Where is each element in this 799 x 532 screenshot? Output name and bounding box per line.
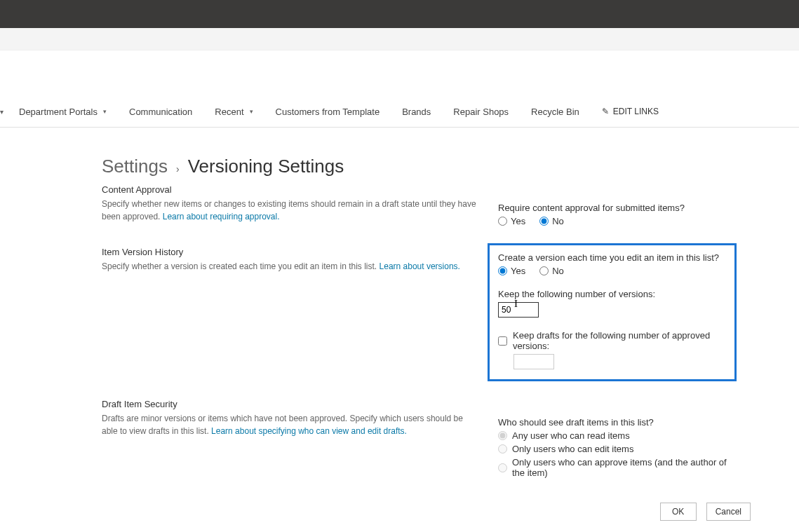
keep-drafts-checkbox[interactable] (498, 336, 507, 346)
section-description: Specify whether new items or changes to … (102, 198, 477, 223)
nav-item-recycle-bin[interactable]: Recycle Bin (520, 96, 591, 127)
ok-button[interactable]: OK (660, 503, 697, 521)
keep-drafts-label: Keep drafts for the following number of … (513, 330, 726, 351)
cancel-button[interactable]: Cancel (706, 503, 751, 521)
nav-label: Recent (215, 107, 243, 117)
approval-no-option[interactable]: No (539, 216, 564, 226)
edit-links-button[interactable]: ✎ EDIT LINKS (591, 107, 670, 116)
top-nav: ▾ Department Portals ▾ Communication Rec… (0, 96, 799, 128)
chevron-down-icon: ▾ (103, 108, 107, 115)
section-description: Drafts are minor versions or items which… (102, 412, 477, 437)
section-version-history: Item Version History Specify whether a v… (102, 247, 758, 381)
draft-opt-approve[interactable]: Only users who can approve items (and th… (498, 457, 737, 478)
approval-no-radio[interactable] (539, 217, 549, 226)
version-no-radio[interactable] (539, 266, 549, 275)
nav-label: Recycle Bin (531, 107, 579, 117)
approval-yes-radio[interactable] (498, 217, 507, 226)
chevron-down-icon: ▾ (250, 108, 253, 115)
nav-item-communication[interactable]: Communication (118, 96, 203, 127)
draft-opt-any[interactable]: Any user who can read items (498, 430, 737, 441)
version-question: Create a version each time you edit an i… (498, 252, 726, 263)
nav-label: Brands (402, 107, 431, 117)
suite-bar (0, 0, 799, 28)
draft-opt-edit[interactable]: Only users who can edit items (498, 444, 737, 454)
nav-item-repair-shops[interactable]: Repair Shops (442, 96, 520, 127)
breadcrumb-parent[interactable]: Settings (102, 156, 168, 177)
learn-drafts-link[interactable]: Learn about specifying who can view and … (211, 426, 407, 436)
keep-versions-input[interactable] (498, 302, 539, 318)
approval-yes-option[interactable]: Yes (498, 216, 525, 226)
button-row: OK Cancel (102, 503, 758, 521)
nav-overflow-left[interactable]: ▾ (0, 108, 8, 116)
learn-approval-link[interactable]: Learn about requiring approval. (163, 212, 280, 221)
nav-item-brands[interactable]: Brands (391, 96, 442, 127)
nav-label: Customers from Template (276, 107, 380, 117)
draft-radio-any[interactable] (498, 431, 507, 440)
approval-question: Require content approval for submitted i… (498, 203, 737, 213)
version-yes-radio[interactable] (498, 266, 507, 275)
section-heading: Draft Item Security (102, 399, 477, 409)
page-body: Settings › Versioning Settings Content A… (0, 128, 758, 532)
pencil-icon: ✎ (602, 107, 609, 116)
draft-question: Who should see draft items in this list? (498, 417, 737, 428)
keep-versions-label: Keep the following number of versions: (498, 289, 726, 299)
nav-item-customers-from-template[interactable]: Customers from Template (264, 96, 391, 127)
edit-links-label: EDIT LINKS (613, 107, 659, 116)
version-yes-option[interactable]: Yes (498, 266, 525, 276)
section-description: Specify whether a version is created eac… (102, 260, 477, 273)
nav-item-recent[interactable]: Recent ▾ (203, 96, 264, 127)
draft-radio-approve[interactable] (498, 463, 507, 472)
breadcrumb-separator: › (176, 163, 180, 175)
page-title: Versioning Settings (188, 156, 344, 177)
nav-label: Department Portals (19, 107, 98, 117)
keep-drafts-input[interactable] (513, 354, 554, 369)
nav-label: Communication (129, 107, 192, 117)
ribbon-bar (0, 28, 799, 50)
section-content-approval: Content Approval Specify whether new ite… (102, 184, 758, 229)
section-heading: Item Version History (102, 247, 477, 257)
breadcrumb: Settings › Versioning Settings (102, 156, 758, 177)
version-no-option[interactable]: No (539, 266, 564, 276)
learn-versions-link[interactable]: Learn about versions. (380, 261, 460, 271)
highlighted-region: Create a version each time you edit an i… (488, 243, 737, 381)
section-draft-security: Draft Item Security Drafts are minor ver… (102, 399, 758, 478)
nav-item-department-portals[interactable]: Department Portals ▾ (8, 96, 118, 127)
nav-label: Repair Shops (453, 107, 509, 117)
section-heading: Content Approval (102, 184, 477, 195)
draft-radio-edit[interactable] (498, 444, 507, 453)
